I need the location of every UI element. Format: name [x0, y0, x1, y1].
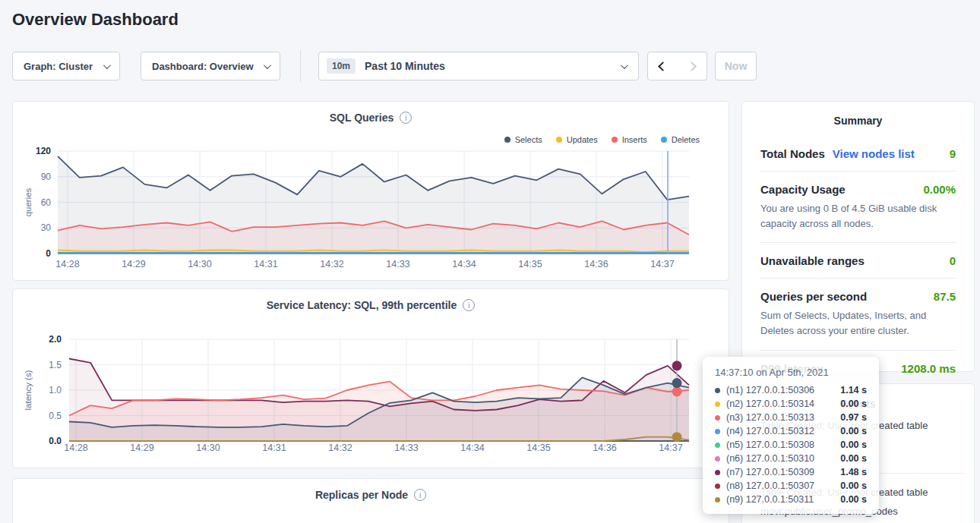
hover-dot: [672, 361, 682, 370]
time-range-label: Past 10 Minutes: [365, 60, 445, 72]
time-range-dropdown[interactable]: 10m Past 10 Minutes: [318, 52, 639, 80]
node-color-dot-icon: [715, 388, 720, 393]
summary-row: Unavailable ranges0: [760, 242, 956, 278]
summary-desc: Sum of Selects, Updates, Inserts, and De…: [760, 308, 956, 339]
svg-text:14:29: 14:29: [122, 259, 145, 269]
tooltip-rows: (n1) 127.0.0.1:503061.14 s(n2) 127.0.0.1…: [715, 383, 867, 506]
graph-dropdown[interactable]: Graph: Cluster: [12, 52, 120, 80]
node-color-dot-icon: [715, 484, 720, 489]
node-color-dot-icon: [715, 456, 720, 462]
tooltip-timestamp: 14:37:10 on Apr 5th, 2021: [715, 367, 867, 378]
svg-text:14:33: 14:33: [394, 443, 418, 453]
svg-text:queries: queries: [24, 187, 33, 216]
latency-chart-card: Service Latency: SQL, 99th percentile 0.…: [12, 288, 729, 468]
hover-dot: [672, 378, 682, 388]
svg-text:14:36: 14:36: [593, 443, 616, 453]
svg-text:14:32: 14:32: [328, 443, 352, 453]
svg-text:2.0: 2.0: [49, 334, 62, 345]
hover-dot: [672, 432, 682, 442]
chevron-down-icon: [103, 61, 111, 69]
svg-text:14:33: 14:33: [386, 259, 409, 269]
summary-value: 0.00%: [923, 183, 956, 196]
node-color-dot-icon: [715, 497, 720, 503]
svg-text:1.5: 1.5: [49, 360, 62, 370]
info-icon[interactable]: [414, 489, 426, 501]
tooltip-node-row: (n2) 127.0.0.1:503140.00 s: [715, 397, 867, 411]
node-color-dot-icon: [715, 443, 720, 448]
summary-panel-title: Summary: [760, 115, 956, 127]
tooltip-node-row: (n8) 127.0.0.1:503070.00 s: [715, 479, 867, 493]
svg-text:14:35: 14:35: [526, 443, 550, 453]
node-color-dot-icon: [715, 470, 720, 475]
svg-text:14:28: 14:28: [55, 259, 79, 269]
page-title: Overview Dashboard: [12, 10, 179, 30]
node-color-dot-icon: [715, 429, 720, 434]
chevron-down-icon: [264, 61, 271, 69]
svg-text:0: 0: [46, 248, 51, 259]
summary-row: Queries per second87.5Sum of Selects, Up…: [760, 278, 956, 349]
summary-value: 1208.0 ms: [901, 362, 956, 375]
replicas-chart-card: Replicas per Node: [12, 478, 729, 523]
svg-text:30: 30: [41, 222, 52, 233]
view-nodes-list-link[interactable]: View nodes list: [833, 147, 915, 160]
dashboard-dropdown-label: Dashboard: Overview: [152, 61, 254, 72]
svg-text:14:34: 14:34: [452, 259, 476, 269]
svg-text:60: 60: [41, 197, 52, 208]
svg-text:120: 120: [36, 146, 51, 156]
svg-text:14:30: 14:30: [188, 259, 211, 269]
chevron-right-icon: [687, 61, 697, 71]
now-button[interactable]: Now: [715, 52, 757, 80]
svg-text:14:29: 14:29: [130, 443, 153, 453]
tooltip-node-row: (n4) 127.0.0.1:503120.00 s: [715, 424, 867, 438]
svg-text:14:35: 14:35: [518, 259, 542, 269]
tooltip-node-row: (n6) 127.0.0.1:503100.00 s: [715, 452, 867, 465]
hover-dot: [672, 387, 682, 397]
chevron-left-icon: [658, 61, 668, 71]
graph-dropdown-label: Graph: Cluster: [24, 61, 93, 72]
replicas-chart-title: Replicas per Node: [315, 489, 408, 501]
summary-desc: You are using 0 B of 4.5 GiB usable disk…: [760, 201, 956, 232]
time-next-button[interactable]: [677, 52, 707, 80]
sql-queries-chart-card: SQL Queries SelectsUpdatesInsertsDeletes…: [12, 101, 729, 281]
summary-row: Capacity Usage0.00%You are using 0 B of …: [760, 171, 956, 242]
time-prev-button[interactable]: [647, 52, 678, 80]
latency-plot[interactable]: 0.00.51.01.52.014:2814:2914:3014:3114:32…: [13, 289, 730, 469]
summary-value: 9: [950, 147, 956, 160]
svg-text:0.5: 0.5: [49, 411, 62, 421]
svg-text:14:34: 14:34: [460, 443, 484, 453]
tooltip-node-row: (n1) 127.0.0.1:503061.14 s: [715, 383, 867, 397]
summary-value: 87.5: [934, 290, 956, 303]
svg-text:14:37: 14:37: [650, 259, 674, 269]
svg-text:14:32: 14:32: [320, 259, 343, 269]
svg-text:14:31: 14:31: [254, 259, 277, 269]
tooltip-node-row: (n3) 127.0.0.1:503130.97 s: [715, 411, 867, 424]
svg-text:latency (s): latency (s): [24, 370, 33, 410]
tooltip-node-row: (n7) 127.0.0.1:503091.48 s: [715, 465, 867, 479]
tooltip-node-row: (n5) 127.0.0.1:503080.00 s: [715, 438, 867, 452]
chevron-down-icon: [621, 61, 628, 69]
sql-queries-plot[interactable]: 030609012014:2814:2914:3014:3114:3214:33…: [13, 102, 730, 282]
summary-value: 0: [950, 254, 956, 267]
summary-row: Total NodesView nodes list9: [760, 127, 956, 171]
svg-text:14:28: 14:28: [64, 443, 87, 453]
svg-text:14:30: 14:30: [196, 443, 220, 453]
svg-text:14:37: 14:37: [659, 443, 682, 453]
dashboard-dropdown[interactable]: Dashboard: Overview: [141, 52, 280, 80]
summary-rows: Total NodesView nodes list9Capacity Usag…: [760, 127, 956, 386]
tooltip-node-row: (n9) 127.0.0.1:503110.00 s: [715, 493, 867, 506]
node-color-dot-icon: [715, 415, 720, 421]
node-color-dot-icon: [715, 402, 720, 407]
svg-text:90: 90: [41, 172, 52, 182]
svg-text:1.0: 1.0: [49, 385, 62, 395]
time-range-badge: 10m: [327, 58, 356, 74]
summary-panel: Summary Total NodesView nodes list9Capac…: [741, 101, 975, 372]
svg-text:14:31: 14:31: [262, 443, 286, 453]
svg-text:0.0: 0.0: [49, 436, 62, 446]
svg-text:14:36: 14:36: [584, 259, 608, 269]
chart-hover-tooltip: 14:37:10 on Apr 5th, 2021 (n1) 127.0.0.1…: [703, 357, 879, 514]
toolbar-divider: [300, 50, 301, 82]
